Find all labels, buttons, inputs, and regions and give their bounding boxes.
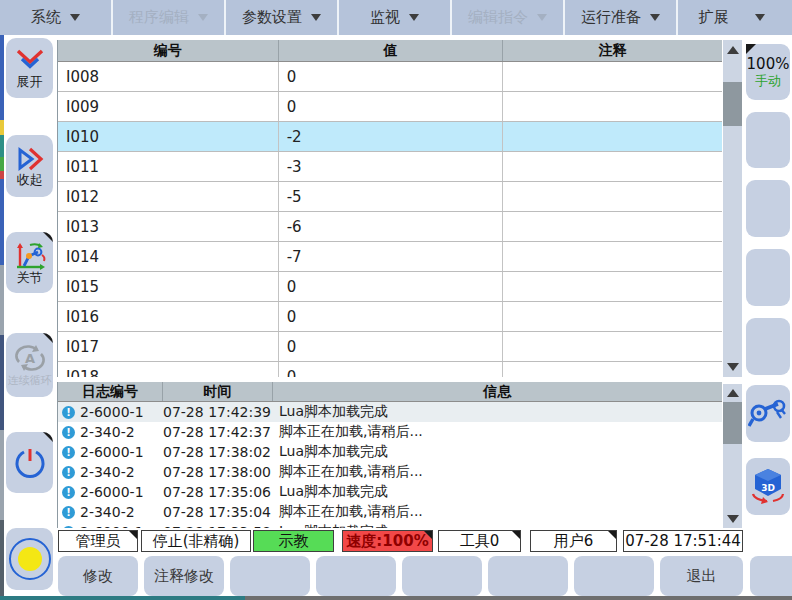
power-button[interactable] — [6, 432, 53, 493]
io-value-table: 编号 值 注释 I0080 I0090 I010-2 I011-3 I012-5… — [57, 40, 722, 377]
cell-comment — [503, 92, 722, 121]
mode-value: 手动 — [755, 73, 781, 89]
menu-system[interactable]: 系统 — [0, 0, 113, 35]
speed-override-button[interactable]: 100% 手动 — [746, 44, 790, 100]
table-row[interactable]: I014-7 — [58, 242, 722, 272]
power-icon — [13, 446, 47, 480]
joint-mode-button[interactable]: 关节 — [6, 232, 53, 293]
scrollbar-thumb[interactable] — [723, 402, 742, 444]
scroll-up-icon[interactable] — [723, 385, 742, 401]
modify-button[interactable]: 修改 — [58, 556, 138, 596]
col-header-comment: 注释 — [503, 40, 722, 61]
info-icon: ! — [62, 526, 75, 529]
log-panel: 日志编号 时间 信息 !2-6000-107-28 17:42:39Lua脚本加… — [57, 382, 722, 528]
table-row[interactable]: I013-6 — [58, 212, 722, 242]
collapse-label: 收起 — [17, 172, 43, 187]
cube-3d-icon: 3D — [747, 467, 789, 507]
cell-value: -7 — [279, 242, 504, 271]
comment-modify-button[interactable]: 注释修改 — [144, 556, 224, 596]
cell-value: 0 — [279, 362, 504, 377]
softkey-empty[interactable] — [316, 556, 396, 596]
comment-modify-label: 注释修改 — [154, 567, 214, 586]
status-user-frame[interactable]: 用户6 — [530, 530, 617, 552]
joint-icon — [13, 240, 47, 270]
status-speed[interactable]: 速度:100% — [342, 530, 433, 552]
right-panel-button-empty[interactable] — [746, 249, 790, 306]
record-button[interactable] — [6, 528, 53, 590]
log-scrollbar[interactable] — [723, 384, 742, 528]
softkey-empty[interactable] — [574, 556, 654, 596]
right-panel-button-empty[interactable] — [746, 318, 790, 375]
menu-label: 参数设置 — [242, 8, 302, 27]
cell-value: -6 — [279, 212, 504, 241]
log-row[interactable]: !2-6000-107-28 17:42:39Lua脚本加载完成 — [58, 402, 722, 422]
menu-extend[interactable]: 扩展 — [678, 0, 785, 35]
exit-button[interactable]: 退出 — [660, 556, 743, 596]
log-header: 日志编号 时间 信息 — [58, 382, 722, 402]
cell-id: I016 — [58, 302, 279, 331]
right-panel-button-empty[interactable] — [746, 180, 790, 237]
status-tool[interactable]: 工具0 — [438, 530, 521, 552]
table-row[interactable]: I012-5 — [58, 182, 722, 212]
table-row-selected[interactable]: I010-2 — [58, 122, 722, 152]
menu-label: 编辑指令 — [468, 8, 528, 27]
robot-pendant-screen: 系统 程序编辑 参数设置 监视 编辑指令 运行准备 扩展 展开 — [0, 0, 792, 600]
log-time: 07-28 17:38:00 — [163, 464, 273, 480]
chevron-down-icon — [755, 14, 765, 21]
table-row[interactable]: I0080 — [58, 62, 722, 92]
scroll-down-icon[interactable] — [723, 359, 742, 375]
log-message: Lua脚本加载完成 — [273, 403, 722, 421]
expand-button[interactable]: 展开 — [6, 38, 53, 98]
softkey-empty[interactable] — [488, 556, 568, 596]
menu-label: 扩展 — [699, 8, 729, 27]
col-header-id: 编号 — [58, 40, 279, 61]
table-row[interactable]: I011-3 — [58, 152, 722, 182]
table-row[interactable]: I0090 — [58, 92, 722, 122]
log-col-code: 日志编号 — [58, 382, 163, 401]
cell-comment — [503, 332, 722, 361]
log-code: 2-6000-1 — [80, 444, 163, 460]
cell-value: 0 — [279, 302, 504, 331]
table-scrollbar[interactable] — [723, 40, 742, 377]
table-row[interactable]: I0160 — [58, 302, 722, 332]
log-row[interactable]: !2-6000-107-28 17:38:02Lua脚本加载完成 — [58, 442, 722, 462]
table-row[interactable]: I0150 — [58, 272, 722, 302]
softkey-empty[interactable] — [402, 556, 482, 596]
log-row[interactable]: !2-340-207-28 17:38:00脚本正在加载,请稍后... — [58, 462, 722, 482]
status-user[interactable]: 管理员 — [58, 530, 138, 552]
table-row[interactable]: I0180 — [58, 362, 722, 377]
scroll-down-icon[interactable] — [723, 511, 742, 527]
right-panel-button-empty[interactable] — [746, 112, 790, 168]
collapse-button[interactable]: 收起 — [6, 135, 53, 197]
log-row[interactable]: !2-6000-107-28 17:33:58Lua脚本加载完成 — [58, 522, 722, 528]
menu-parameter-settings[interactable]: 参数设置 — [226, 0, 339, 35]
scroll-up-icon[interactable] — [723, 42, 742, 58]
menu-label: 运行准备 — [581, 8, 641, 27]
cell-value: 0 — [279, 332, 504, 361]
menu-monitor[interactable]: 监视 — [339, 0, 452, 35]
scrollbar-thumb[interactable] — [723, 82, 742, 126]
log-row[interactable]: !2-6000-107-28 17:35:06Lua脚本加载完成 — [58, 482, 722, 502]
expand-label: 展开 — [17, 74, 43, 89]
chevron-down-icon — [198, 14, 208, 21]
table-row[interactable]: I0170 — [58, 332, 722, 362]
log-row[interactable]: !2-340-207-28 17:42:37脚本正在加载,请稍后... — [58, 422, 722, 442]
corner-marker-icon — [43, 432, 53, 442]
modify-label: 修改 — [83, 567, 113, 586]
cell-value: -5 — [279, 182, 504, 211]
view-3d-button[interactable]: 3D — [746, 458, 790, 515]
menu-run-prepare[interactable]: 运行准备 — [565, 0, 678, 35]
cell-comment — [503, 242, 722, 271]
robot-jog-button[interactable] — [746, 385, 790, 442]
log-time: 07-28 17:42:39 — [163, 404, 273, 420]
cell-comment — [503, 152, 722, 181]
cell-comment — [503, 62, 722, 91]
cycle-label: 连续循环 — [8, 373, 52, 388]
softkey-empty[interactable] — [230, 556, 310, 596]
log-row[interactable]: !2-340-207-28 17:35:04脚本正在加载,请稍后... — [58, 502, 722, 522]
corner-marker-icon — [608, 531, 616, 539]
softkey-partial[interactable] — [750, 556, 792, 596]
log-message: Lua脚本加载完成 — [273, 443, 722, 461]
log-message: Lua脚本加载完成 — [273, 483, 722, 501]
status-datetime: 07-28 17:51:44 — [623, 530, 743, 552]
